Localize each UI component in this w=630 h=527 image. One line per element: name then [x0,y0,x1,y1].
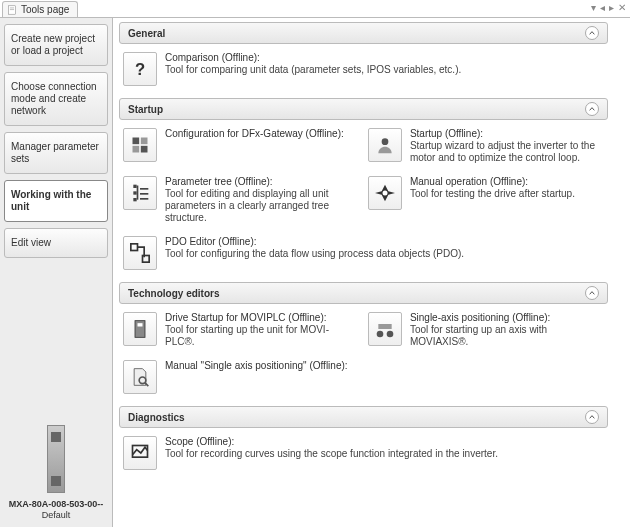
scope-icon [123,436,157,470]
section-header[interactable]: Diagnostics [119,406,608,428]
tool-row: Configuration for DFx-Gateway (Offline):… [123,126,604,170]
tool-item[interactable]: Drive Startup for MOVIPLC (Offline):Tool… [123,310,354,354]
section-body: Scope (Offline):Tool for recording curve… [119,428,608,476]
tool-title: Manual operation (Offline): [410,176,575,188]
tool-item[interactable]: Startup (Offline):Startup wizard to adju… [368,126,599,170]
tool-text: Comparison (Offline):Tool for comparing … [165,52,461,86]
section: GeneralComparison (Offline):Tool for com… [119,22,608,92]
tool-desc: Tool for recording curves using the scop… [165,448,498,460]
device-subtitle: Default [4,510,108,521]
tool-text: Configuration for DFx-Gateway (Offline): [165,128,344,162]
tool-row: Scope (Offline):Tool for recording curve… [123,434,604,476]
tree-icon [123,176,157,210]
section-header[interactable]: General [119,22,608,44]
axis-icon [368,312,402,346]
section-header[interactable]: Startup [119,98,608,120]
tool-title: Manual "Single axis positioning" (Offlin… [165,360,348,372]
section-body: Configuration for DFx-Gateway (Offline):… [119,120,608,276]
collapse-icon[interactable] [585,102,599,116]
tool-title: Parameter tree (Offline): [165,176,354,188]
section-body: Drive Startup for MOVIPLC (Offline):Tool… [119,304,608,400]
section-body: Comparison (Offline):Tool for comparing … [119,44,608,92]
tool-text: Manual "Single axis positioning" (Offlin… [165,360,348,394]
tab-label: Tools page [21,4,69,15]
tool-title: Startup (Offline): [410,128,599,140]
device-image [47,425,65,493]
tool-text: Scope (Offline):Tool for recording curve… [165,436,498,470]
tool-title: PDO Editor (Offline): [165,236,464,248]
tool-item[interactable]: Single-axis positioning (Offline):Tool f… [368,310,599,354]
tool-item[interactable]: Configuration for DFx-Gateway (Offline): [123,126,354,168]
main-panel: GeneralComparison (Offline):Tool for com… [113,18,630,527]
section-title: General [128,28,165,39]
sidebar-item[interactable]: Create new project or load a project [4,24,108,66]
tool-text: Single-axis positioning (Offline):Tool f… [410,312,599,348]
tab-bar: Tools page ▾ ◂ ▸ ✕ [0,0,630,18]
tool-item[interactable]: Parameter tree (Offline):Tool for editin… [123,174,354,230]
section: DiagnosticsScope (Offline):Tool for reco… [119,406,608,476]
tool-item[interactable]: Scope (Offline):Tool for recording curve… [123,434,604,476]
section-title: Technology editors [128,288,220,299]
tool-item[interactable]: Manual "Single axis positioning" (Offlin… [123,358,604,400]
sidebar-item[interactable]: Edit view [4,228,108,258]
collapse-icon[interactable] [585,26,599,40]
sidebar-item[interactable]: Choose connection mode and create networ… [4,72,108,126]
sidebar: Create new project or load a projectChoo… [0,18,113,527]
collapse-icon[interactable] [585,286,599,300]
tab-prev-icon[interactable]: ◂ [600,2,605,13]
question-icon [123,52,157,86]
section: StartupConfiguration for DFx-Gateway (Of… [119,98,608,276]
tool-text: Drive Startup for MOVIPLC (Offline):Tool… [165,312,354,348]
section: Technology editorsDrive Startup for MOVI… [119,282,608,400]
tool-item[interactable]: Comparison (Offline):Tool for comparing … [123,50,604,92]
tool-text: Manual operation (Offline):Tool for test… [410,176,575,210]
tool-desc: Tool for editing and displaying all unit… [165,188,354,224]
config-icon [123,128,157,162]
tool-row: PDO Editor (Offline):Tool for configurin… [123,234,604,276]
tool-text: Startup (Offline):Startup wizard to adju… [410,128,599,164]
drive-icon [123,312,157,346]
tool-item[interactable]: PDO Editor (Offline):Tool for configurin… [123,234,604,276]
device-panel: MXA-80A-008-503-00-- Default [0,417,112,527]
tool-title: Comparison (Offline): [165,52,461,64]
collapse-icon[interactable] [585,410,599,424]
tool-text: PDO Editor (Offline):Tool for configurin… [165,236,464,270]
tool-row: Parameter tree (Offline):Tool for editin… [123,174,604,230]
tool-desc: Tool for comparing unit data (parameter … [165,64,461,76]
section-title: Startup [128,104,163,115]
tool-title: Configuration for DFx-Gateway (Offline): [165,128,344,140]
tab-close-icon[interactable]: ✕ [618,2,626,13]
tool-row: Drive Startup for MOVIPLC (Offline):Tool… [123,310,604,354]
startup-icon [368,128,402,162]
tab-tools-page[interactable]: Tools page [2,1,78,17]
tool-item[interactable]: Manual operation (Offline):Tool for test… [368,174,599,216]
tool-title: Single-axis positioning (Offline): [410,312,599,324]
tab-next-icon[interactable]: ▸ [609,2,614,13]
tool-desc: Startup wizard to adjust the inverter to… [410,140,599,164]
page-icon [7,5,17,15]
tool-desc: Tool for testing the drive after startup… [410,188,575,200]
tool-desc: Tool for configuring the data flow using… [165,248,464,260]
tool-row: Comparison (Offline):Tool for comparing … [123,50,604,92]
doc-icon [123,360,157,394]
device-name: MXA-80A-008-503-00-- [4,499,108,510]
tab-pin-icon[interactable]: ▾ [591,2,596,13]
tool-desc: Tool for starting up an axis with MOVIAX… [410,324,599,348]
sidebar-item[interactable]: Manager parameter sets [4,132,108,174]
manual-icon [368,176,402,210]
tab-controls: ▾ ◂ ▸ ✕ [591,2,626,13]
section-title: Diagnostics [128,412,185,423]
section-header[interactable]: Technology editors [119,282,608,304]
sidebar-item[interactable]: Working with the unit [4,180,108,222]
pdo-icon [123,236,157,270]
tool-desc: Tool for starting up the unit for MOVI-P… [165,324,354,348]
tool-text: Parameter tree (Offline):Tool for editin… [165,176,354,224]
tool-row: Manual "Single axis positioning" (Offlin… [123,358,604,400]
tool-title: Scope (Offline): [165,436,498,448]
tool-title: Drive Startup for MOVIPLC (Offline): [165,312,354,324]
